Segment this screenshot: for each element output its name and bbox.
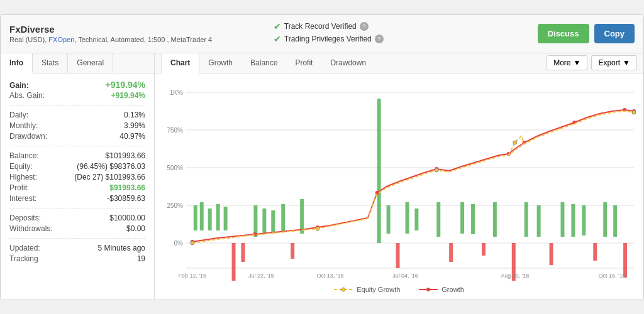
svg-rect-22 xyxy=(291,243,294,259)
svg-rect-17 xyxy=(241,243,245,262)
svg-rect-32 xyxy=(471,204,475,234)
chart-tab-growth[interactable]: Growth xyxy=(199,53,242,72)
info-icon-1[interactable]: ? xyxy=(360,22,369,31)
svg-point-57 xyxy=(316,227,319,230)
chart-svg: 1K% 750% 500% 250% 0% xyxy=(161,80,637,281)
chart-tab-chart[interactable]: Chart xyxy=(161,53,199,73)
tab-stats[interactable]: Stats xyxy=(33,53,68,73)
legend-equity-icon xyxy=(334,286,353,293)
svg-text:Oct 16, '19: Oct 16, '19 xyxy=(599,272,626,278)
chart-legend: Equity Growth Growth xyxy=(161,286,637,293)
svg-rect-15 xyxy=(224,207,228,230)
svg-rect-40 xyxy=(571,204,575,237)
svg-text:Jul 04, '16: Jul 04, '16 xyxy=(392,272,418,278)
svg-rect-44 xyxy=(613,205,617,237)
discuss-button[interactable]: Discuss xyxy=(538,24,589,43)
info-icon-2[interactable]: ? xyxy=(375,35,384,43)
svg-rect-31 xyxy=(460,202,464,234)
chart-svg-container: 1K% 750% 500% 250% 0% xyxy=(161,80,637,281)
tab-general[interactable]: General xyxy=(68,53,113,73)
daily-row: Daily: 0.13% xyxy=(9,111,145,119)
svg-rect-37 xyxy=(537,205,541,237)
svg-rect-19 xyxy=(262,208,266,234)
svg-rect-29 xyxy=(436,202,440,237)
svg-rect-12 xyxy=(200,202,204,230)
profit-row: Profit: $91993.66 xyxy=(9,183,145,192)
equity-row: Equity: (96.45%) $98376.03 xyxy=(9,162,145,171)
gain-row: Gain: +919.94% xyxy=(9,80,145,90)
svg-rect-39 xyxy=(560,202,564,237)
tab-info[interactable]: Info xyxy=(1,53,33,73)
svg-rect-21 xyxy=(281,204,285,232)
svg-rect-42 xyxy=(593,243,597,261)
check-icon-2: ✔ xyxy=(274,34,281,44)
svg-rect-38 xyxy=(550,243,553,265)
track-record-verified: ✔ Track Record Verified ? xyxy=(274,21,538,31)
chart-area: Chart Growth Balance Profit Drawdown Mor… xyxy=(155,53,643,300)
header-center: ✔ Track Record Verified ? ✔ Trading Priv… xyxy=(274,21,538,46)
highest-row: Highest: (Dec 27) $101993.66 xyxy=(9,173,145,181)
withdrawals-row: Withdrawals: $0.00 xyxy=(9,224,145,233)
chart-tab-balance[interactable]: Balance xyxy=(242,53,286,72)
copy-button[interactable]: Copy xyxy=(594,24,635,43)
chevron-down-icon-2: ▼ xyxy=(623,58,630,67)
svg-rect-25 xyxy=(387,205,391,234)
svg-point-58 xyxy=(435,168,438,172)
svg-rect-26 xyxy=(396,243,400,268)
svg-rect-30 xyxy=(449,243,453,262)
header: FxDiverse Real (USD), FXOpen, Technical,… xyxy=(1,15,643,53)
more-button[interactable]: More ▼ xyxy=(547,55,587,70)
svg-rect-24 xyxy=(377,99,381,243)
header-right: Discuss Copy xyxy=(538,24,635,43)
interest-row: Interest: -$30859.63 xyxy=(9,194,145,203)
chart-tab-drawdown[interactable]: Drawdown xyxy=(321,53,375,72)
sidebar: Info Stats General Gain: +919.94% Abs. G… xyxy=(1,53,155,300)
main-container: FxDiverse Real (USD), FXOpen, Technical,… xyxy=(0,14,644,300)
svg-text:750%: 750% xyxy=(167,126,183,133)
svg-rect-16 xyxy=(232,243,236,281)
svg-text:Aug 10, '18: Aug 10, '18 xyxy=(501,272,529,278)
svg-rect-18 xyxy=(253,205,257,237)
svg-text:Jul 22, '15: Jul 22, '15 xyxy=(248,272,274,278)
chevron-down-icon: ▼ xyxy=(574,58,581,67)
svg-text:250%: 250% xyxy=(167,202,183,208)
svg-text:500%: 500% xyxy=(167,164,183,171)
svg-point-70 xyxy=(426,288,430,291)
svg-text:1K%: 1K% xyxy=(170,89,183,95)
svg-rect-11 xyxy=(194,205,197,230)
svg-rect-33 xyxy=(482,243,486,256)
svg-rect-14 xyxy=(216,204,220,230)
chart-tab-profit[interactable]: Profit xyxy=(286,53,321,72)
header-left: FxDiverse Real (USD), FXOpen, Technical,… xyxy=(9,24,274,43)
svg-rect-43 xyxy=(603,202,607,237)
account-subtitle: Real (USD), FXOpen, Technical, Automated… xyxy=(9,36,274,43)
sidebar-content: Gain: +919.94% Abs. Gain: +919.94% Daily… xyxy=(1,73,154,271)
svg-point-60 xyxy=(632,111,636,114)
svg-rect-27 xyxy=(405,202,409,234)
tracking-row: Tracking 19 xyxy=(9,254,145,263)
balance-row: Balance: $101993.66 xyxy=(9,151,145,160)
deposits-row: Deposits: $10000.00 xyxy=(9,214,145,222)
svg-point-56 xyxy=(191,241,194,245)
svg-text:Oct 13, '15: Oct 13, '15 xyxy=(316,272,343,278)
chart-wrapper: 1K% 750% 500% 250% 0% xyxy=(155,73,643,300)
drawdown-row: Drawdown: 40.97% xyxy=(9,132,145,141)
fxopen-link[interactable]: FXOpen xyxy=(48,36,74,43)
svg-rect-20 xyxy=(271,210,275,232)
svg-rect-23 xyxy=(300,199,304,234)
svg-rect-41 xyxy=(582,205,586,236)
legend-growth: Growth xyxy=(419,286,464,293)
updated-row: Updated: 5 Minutes ago xyxy=(9,244,145,252)
export-button[interactable]: Export ▼ xyxy=(591,55,637,70)
sidebar-tabs: Info Stats General xyxy=(1,53,154,73)
svg-rect-34 xyxy=(493,202,497,237)
legend-growth-icon xyxy=(419,286,438,293)
svg-point-59 xyxy=(513,141,517,144)
abs-gain-row: Abs. Gain: +919.94% xyxy=(9,91,145,100)
svg-rect-13 xyxy=(208,208,212,230)
main-content: Info Stats General Gain: +919.94% Abs. G… xyxy=(1,53,643,300)
svg-text:0%: 0% xyxy=(174,239,183,246)
svg-point-68 xyxy=(341,288,345,291)
svg-rect-36 xyxy=(525,202,528,237)
monthly-row: Monthly: 3.99% xyxy=(9,121,145,130)
